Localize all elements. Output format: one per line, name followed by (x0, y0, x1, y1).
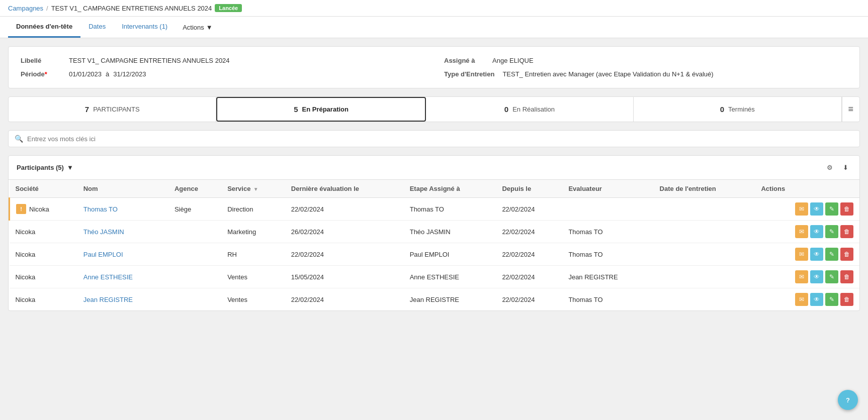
cell-nom[interactable]: Anne ESTHESIE (77, 266, 168, 288)
filter-list-icon: ≡ (848, 104, 854, 115)
tab-donnees-entete[interactable]: Données d'en-tête (8, 17, 80, 38)
download-button[interactable]: ⬇ (840, 162, 851, 173)
col-service[interactable]: Service ▼ (221, 180, 285, 198)
stat-en-preparation[interactable]: 5 En Préparation (216, 97, 425, 122)
tab-dates[interactable]: Dates (80, 17, 114, 38)
warning-icon: ! (16, 204, 26, 214)
cell-date_entretien (654, 288, 755, 311)
preparation-label: En Préparation (302, 106, 349, 113)
delete-button[interactable]: 🗑 (840, 248, 853, 261)
libelle-label: Libellé (21, 57, 61, 64)
cell-service: RH (221, 243, 285, 266)
cell-nom[interactable]: Théo JASMIN (77, 221, 168, 243)
delete-button[interactable]: 🗑 (840, 225, 853, 238)
periode-end: 31/12/2023 (113, 70, 146, 78)
header-actions: ⚙ ⬇ (824, 162, 851, 173)
info-grid: Libellé TEST V1_ CAMPAGNE ENTRETIENS ANN… (21, 57, 847, 78)
participants-title[interactable]: Participants (5) ▼ (17, 164, 73, 171)
email-button[interactable]: ✉ (795, 202, 808, 216)
action-buttons: ✉ 👁 ✎ 🗑 (761, 248, 853, 261)
cell-date_entretien (654, 266, 755, 288)
edit-button[interactable]: ✎ (825, 270, 838, 283)
delete-button[interactable]: 🗑 (840, 270, 853, 283)
termines-label: Terminés (728, 106, 755, 113)
view-button[interactable]: 👁 (810, 270, 823, 283)
assigne-value: Ange ELIQUE (492, 57, 534, 64)
action-buttons: ✉ 👁 ✎ 🗑 (761, 293, 853, 306)
participants-count: 7 (85, 105, 89, 114)
delete-button[interactable]: 🗑 (840, 202, 853, 216)
table-row: NicokaAnne ESTHESIEVentes15/05/2024Anne … (10, 266, 860, 288)
cell-evaluateur: Thomas TO (562, 288, 653, 311)
view-button[interactable]: 👁 (810, 293, 823, 306)
cell-service: Marketing (221, 221, 285, 243)
cell-etape_assigne: Théo JASMIN (404, 221, 496, 243)
cell-actions: ✉ 👁 ✎ 🗑 (755, 243, 859, 266)
cell-actions: ✉ 👁 ✎ 🗑 (755, 266, 859, 288)
cell-depuis_le: 22/02/2024 (496, 198, 562, 221)
type-value: TEST_ Entretien avec Manager (avec Etape… (502, 70, 713, 78)
view-button[interactable]: 👁 (810, 202, 823, 216)
cell-societe: Nicoka (10, 221, 77, 243)
type-row: Type d'Entretien TEST_ Entretien avec Ma… (444, 70, 847, 78)
action-buttons: ✉ 👁 ✎ 🗑 (761, 225, 853, 238)
cell-nom[interactable]: Thomas TO (77, 198, 168, 221)
actions-chevron-icon: ▼ (206, 24, 213, 31)
cell-depuis_le: 22/02/2024 (496, 221, 562, 243)
breadcrumb-campagnes-link[interactable]: Campagnes (8, 5, 43, 12)
view-button[interactable]: 👁 (810, 225, 823, 238)
cell-depuis_le: 22/02/2024 (496, 243, 562, 266)
cell-societe: !Nicoka (10, 198, 77, 221)
participants-section: Participants (5) ▼ ⚙ ⬇ Société Nom Agenc… (8, 155, 860, 311)
cell-nom[interactable]: Jean REGISTRE (77, 288, 168, 311)
cell-derniere_eval: 22/02/2024 (285, 288, 404, 311)
preparation-count: 5 (294, 105, 298, 114)
periode-label: Période* (21, 70, 61, 78)
participants-label: PARTICIPANTS (93, 106, 139, 113)
cell-service: Ventes (221, 266, 285, 288)
cell-actions: ✉ 👁 ✎ 🗑 (755, 198, 859, 221)
search-input[interactable] (27, 135, 853, 143)
email-button[interactable]: ✉ (795, 293, 808, 306)
cell-nom[interactable]: Paul EMPLOI (77, 243, 168, 266)
edit-button[interactable]: ✎ (825, 248, 838, 261)
cell-evaluateur: Thomas TO (562, 243, 653, 266)
stat-en-realisation[interactable]: 0 En Réalisation (426, 97, 634, 122)
cell-etape_assigne: Thomas TO (404, 198, 496, 221)
cell-etape_assigne: Anne ESTHESIE (404, 266, 496, 288)
realisation-label: En Réalisation (512, 106, 555, 113)
delete-button[interactable]: 🗑 (840, 293, 853, 306)
stat-filter-icon[interactable]: ≡ (842, 97, 860, 122)
edit-button[interactable]: ✎ (825, 225, 838, 238)
view-button[interactable]: 👁 (810, 248, 823, 261)
edit-button[interactable]: ✎ (825, 293, 838, 306)
cell-societe: Nicoka (10, 288, 77, 311)
cell-depuis_le: 22/02/2024 (496, 266, 562, 288)
columns-settings-button[interactable]: ⚙ (824, 162, 836, 173)
info-card: Libellé TEST V1_ CAMPAGNE ENTRETIENS ANN… (8, 46, 860, 88)
cell-service: Direction (221, 198, 285, 221)
cell-date_entretien (654, 243, 755, 266)
participants-title-text: Participants (5) (17, 164, 64, 171)
breadcrumb-separator: / (46, 5, 48, 12)
email-button[interactable]: ✉ (795, 270, 808, 283)
cell-derniere_eval: 22/02/2024 (285, 198, 404, 221)
libelle-row: Libellé TEST V1_ CAMPAGNE ENTRETIENS ANN… (21, 57, 424, 64)
termines-count: 0 (720, 105, 724, 114)
tab-intervenants[interactable]: Intervenants (1) (114, 17, 176, 38)
cell-agence (168, 221, 221, 243)
email-button[interactable]: ✉ (795, 248, 808, 261)
action-buttons: ✉ 👁 ✎ 🗑 (761, 270, 853, 283)
email-button[interactable]: ✉ (795, 225, 808, 238)
cell-societe: Nicoka (10, 266, 77, 288)
col-actions: Actions (755, 180, 859, 198)
col-derniere-eval: Dernière évaluation le (285, 180, 404, 198)
col-agence: Agence (168, 180, 221, 198)
actions-dropdown[interactable]: Actions ▼ (176, 19, 220, 36)
stat-participants[interactable]: 7 PARTICIPANTS (9, 97, 216, 122)
edit-button[interactable]: ✎ (825, 202, 838, 216)
stat-termines[interactable]: 0 Terminés (634, 97, 841, 122)
table-row: NicokaJean REGISTREVentes22/02/2024Jean … (10, 288, 860, 311)
cell-date_entretien (654, 221, 755, 243)
main-content: Libellé TEST V1_ CAMPAGNE ENTRETIENS ANN… (0, 38, 868, 319)
